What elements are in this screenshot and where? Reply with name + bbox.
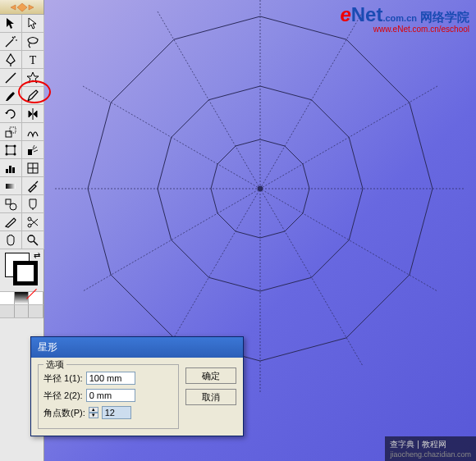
watermark-logo: eNet.com.cn网络学院 www.eNet.com.cn/eschool [340,3,469,34]
pen-tool[interactable] [0,51,22,69]
free-transform-tool[interactable] [0,141,22,159]
stepper-up-icon[interactable]: ▲ [89,407,98,413]
logo-net: Net [351,3,383,25]
svg-rect-20 [6,169,8,173]
live-paint-tool[interactable] [22,195,44,213]
svg-point-9 [258,186,263,191]
line-tool[interactable] [0,69,22,87]
points-label: 角点数(P): [43,407,85,419]
slice-tool[interactable] [0,213,22,231]
type-tool[interactable]: T [22,51,44,69]
swap-fill-stroke-icon[interactable]: ⇄ [34,251,40,260]
symbol-sprayer-tool[interactable] [22,141,44,159]
screen-mode-full-menu[interactable] [15,305,30,317]
radius1-input[interactable] [86,372,135,385]
screen-mode-row [0,305,43,318]
radius2-input[interactable] [86,389,135,402]
options-fieldset: 选项 半径 1(1): 半径 2(2): 角点数(P): ▲▼ [38,364,179,429]
svg-rect-12 [6,131,11,137]
logo-comcn: .com.cn [382,13,417,23]
dialog-title: 星形 [31,337,243,358]
hand-tool[interactable] [0,231,22,249]
svg-point-15 [6,144,8,147]
fieldset-legend: 选项 [43,358,66,371]
screen-mode-full[interactable] [29,305,43,317]
magic-wand-tool[interactable] [0,33,22,51]
reflect-tool[interactable] [22,105,44,123]
radius1-label: 半径 1(1): [43,372,83,385]
svg-point-18 [14,153,16,155]
scissors-tool[interactable] [22,213,44,231]
gradient-tool[interactable] [0,177,22,195]
screen-mode-normal[interactable] [0,305,15,317]
radius2-label: 半径 2(2): [43,390,83,402]
watermark-bottom-site: jiaocheng.chazidian.com [390,450,471,459]
svg-line-11 [6,73,16,83]
svg-point-16 [14,144,16,147]
stepper-down-icon[interactable]: ▼ [89,413,98,418]
scale-tool[interactable] [0,123,22,141]
warp-tool[interactable] [22,123,44,141]
pencil-tool[interactable] [22,87,44,105]
svg-rect-19 [28,149,32,155]
color-mode-color[interactable] [0,292,15,304]
svg-rect-14 [7,146,15,154]
lasso-tool[interactable] [22,33,44,51]
svg-point-31 [28,235,34,242]
logo-cn: 网络学院 [420,10,469,24]
color-mode-row [0,292,43,305]
selection-tool[interactable] [0,15,22,33]
blend-tool[interactable] [0,195,22,213]
svg-line-32 [34,241,38,245]
watermark-bottom-text: 查字典 | 教程网 [390,440,446,449]
svg-text:T: T [30,54,37,66]
svg-point-28 [10,203,16,210]
logo-e: e [340,3,350,25]
zoom-tool[interactable] [22,231,44,249]
paintbrush-tool[interactable] [0,87,22,105]
svg-rect-26 [6,184,16,189]
svg-rect-27 [6,199,11,204]
svg-rect-21 [9,166,11,173]
points-stepper[interactable]: ▲▼ [89,407,98,418]
graph-tool[interactable] [0,159,22,177]
stroke-swatch[interactable] [13,261,38,285]
color-mode-none[interactable] [29,292,43,304]
svg-point-30 [28,224,31,227]
svg-rect-13 [10,127,16,133]
svg-point-29 [28,217,31,221]
points-input[interactable] [102,406,131,419]
cancel-button[interactable]: 取消 [185,389,236,405]
svg-point-17 [6,153,8,155]
eyedropper-tool[interactable] [22,177,44,195]
ok-button[interactable]: 确定 [185,367,236,384]
toolbar-header [0,0,43,15]
mesh-tool[interactable] [22,159,44,177]
watermark-bottom: 查字典 | 教程网 jiaocheng.chazidian.com [385,436,476,461]
svg-rect-22 [12,167,15,173]
fill-stroke-indicator[interactable]: ⇄ [0,249,43,292]
rotate-tool[interactable] [0,105,22,123]
star-dialog: 星形 选项 半径 1(1): 半径 2(2): 角点数(P): ▲▼ 确定 取消 [30,336,244,436]
direct-selection-tool[interactable] [22,15,44,33]
star-tool[interactable] [22,69,44,87]
